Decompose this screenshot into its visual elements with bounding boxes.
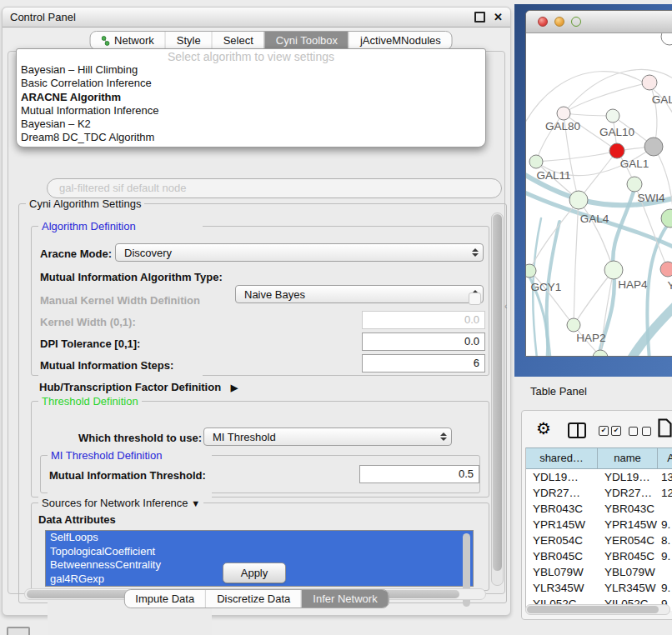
data-attributes-label: Data Attributes [38, 513, 116, 526]
table-row[interactable]: YPR145WYPR145W9. [526, 517, 672, 532]
hub-definition-toggle[interactable]: Hub/Transcription Factor Definition ▶ [39, 381, 238, 393]
tab-network[interactable]: Network [90, 32, 165, 49]
network-node-gal10[interactable] [606, 109, 619, 122]
network-edge[interactable] [564, 82, 649, 113]
new-document-icon[interactable] [658, 418, 672, 441]
network-node-hap4[interactable] [604, 261, 623, 279]
network-node[interactable] [644, 138, 663, 156]
algorithm-option[interactable]: Bayesian – K2 [17, 118, 485, 131]
column-header[interactable]: shared… [526, 448, 598, 468]
close-traffic-light[interactable] [538, 17, 548, 27]
mi-threshold-group: MI Threshold Definition Mutual Informati… [40, 455, 480, 493]
aracne-mode-combo[interactable]: Discovery [115, 243, 484, 262]
network-edge[interactable] [579, 200, 614, 270]
network-node-y[interactable] [660, 262, 672, 277]
network-node-gal4[interactable] [569, 191, 588, 209]
network-node-gal1[interactable] [609, 143, 624, 158]
deselect-all-checks-icon[interactable] [629, 427, 651, 436]
control-panel: Control Panel ✕ NetworkStyleSelectCyni T… [2, 7, 511, 616]
algorithm-option[interactable]: ARACNE Algorithm [17, 91, 485, 104]
splitter-handle-icon[interactable]: ‹ [504, 302, 507, 311]
network-node-gal80[interactable] [557, 107, 570, 120]
cell-shared-name: YDR27… [526, 485, 598, 501]
float-window-icon[interactable] [474, 12, 485, 22]
collapsed-panel-icon[interactable] [7, 627, 30, 635]
column-header[interactable]: A [658, 448, 672, 468]
cyni-algorithm-settings-group: Cyni Algorithm Settings Algorithm Defini… [18, 203, 507, 603]
network-node-swi4[interactable] [627, 177, 642, 192]
close-icon[interactable]: ✕ [494, 12, 503, 22]
tab-label: Select [223, 32, 253, 49]
minimize-traffic-light[interactable] [554, 17, 564, 27]
cell-value: 12 [658, 485, 672, 501]
cell-name: YPR145W [598, 517, 658, 532]
algorithm-option[interactable]: Dream8 DC_TDC Algorithm [17, 131, 485, 144]
network-edge[interactable] [536, 151, 617, 162]
network-node[interactable] [661, 33, 672, 45]
table-panel: ⚙ ✔ ✔ shared…nameA YDL19…YDL19…13YDR27…Y… [521, 410, 672, 620]
network-edge[interactable] [574, 200, 579, 325]
tab-jactivemnodules[interactable]: jActiveMNodules [349, 32, 452, 49]
network-node-gcy1[interactable] [526, 264, 536, 278]
table-row[interactable]: YBR043CYBR043C [526, 501, 672, 517]
tab-style[interactable]: Style [165, 32, 212, 49]
network-edge[interactable] [529, 271, 574, 325]
network-select-combo[interactable]: gal-filtered sif default node [47, 178, 502, 198]
cyni-settings-legend: Cyni Algorithm Settings [26, 198, 144, 210]
algorithm-option[interactable]: Bayesian – Hill Climbing [17, 63, 485, 77]
tab-label: jActiveMNodules [360, 32, 441, 49]
table-row[interactable]: YER054CYER054C8. [526, 532, 672, 548]
gear-icon[interactable]: ⚙ [536, 420, 551, 437]
column-header[interactable]: name [598, 448, 658, 468]
attribute-item[interactable]: TopologicalCoefficient [46, 545, 473, 559]
network-edge[interactable] [574, 270, 614, 325]
network-node[interactable] [661, 209, 672, 228]
aracne-mode-label: Aracne Mode: [40, 248, 112, 260]
network-edge[interactable] [564, 113, 613, 116]
select-all-checks-icon[interactable]: ✔ ✔ [599, 426, 621, 436]
kernel-width-field[interactable]: 0.0 [362, 311, 485, 329]
tab-cyni-toolbox[interactable]: Cyni Toolbox [264, 32, 349, 49]
manual-kernel-checkbox[interactable] [469, 292, 481, 305]
scrollbar-thumb[interactable] [527, 606, 659, 613]
network-node-gal8[interactable] [642, 75, 657, 90]
network-node-gal11[interactable] [529, 155, 543, 168]
node-label: GAL80 [545, 120, 580, 132]
sources-legend[interactable]: Sources for Network Inference ▼ [38, 497, 203, 510]
table-header-row: shared…nameA [526, 448, 672, 469]
table-horizontal-scrollbar[interactable] [525, 604, 670, 615]
table-row[interactable]: YLR345WYLR345W9. [526, 580, 672, 596]
mi-threshold-field[interactable]: 0.5 [359, 465, 479, 483]
scrollbar-thumb[interactable] [493, 214, 502, 571]
table-row[interactable]: YDL19…YDL19…13 [526, 469, 672, 485]
attribute-item[interactable]: SelfLoops [46, 531, 473, 545]
network-icon [101, 36, 110, 46]
network-canvas[interactable]: GAL8GAL80GAL10GAL1GAL11SWI4GAL4GCY1HAP4Y… [526, 33, 672, 356]
column-selector-icon[interactable] [568, 422, 586, 438]
zoom-traffic-light[interactable] [571, 17, 581, 27]
cell-shared-name: YER054C [526, 532, 598, 548]
tab-impute-data[interactable]: Impute Data [124, 590, 205, 608]
tab-label: Infer Network [313, 590, 377, 608]
table-row[interactable]: YBL079WYBL079W [526, 564, 672, 580]
tab-select[interactable]: Select [212, 32, 264, 49]
manual-kernel-label: Manual Kernel Width Definition [40, 294, 200, 307]
mi-steps-field[interactable]: 6 [362, 354, 485, 372]
cell-value: 13 [658, 469, 672, 485]
which-threshold-combo[interactable]: MI Threshold [203, 428, 452, 446]
table-row[interactable]: YBR045CYBR045C9. [526, 548, 672, 564]
tab-discretize-data[interactable]: Discretize Data [205, 590, 301, 608]
algorithm-option[interactable]: Basic Correlation Inference [17, 77, 485, 90]
apply-button[interactable]: Apply [223, 562, 286, 583]
dropdown-placeholder: Select algorithm to view settings [17, 51, 485, 63]
control-panel-title: Control Panel [10, 11, 76, 23]
network-node-hap2[interactable] [567, 318, 580, 332]
mi-type-combo[interactable]: Naive Bayes [235, 285, 484, 303]
table-row[interactable]: YDR27…YDR27…12 [526, 485, 672, 501]
algorithm-option[interactable]: Mutual Information Inference [17, 104, 485, 118]
cell-name: YDR27… [598, 485, 658, 501]
settings-vertical-scrollbar[interactable] [491, 212, 504, 586]
table-panel-title: Table Panel [530, 385, 587, 398]
tab-infer-network[interactable]: Infer Network [301, 590, 388, 608]
dpi-tolerance-field[interactable]: 0.0 [362, 332, 485, 351]
